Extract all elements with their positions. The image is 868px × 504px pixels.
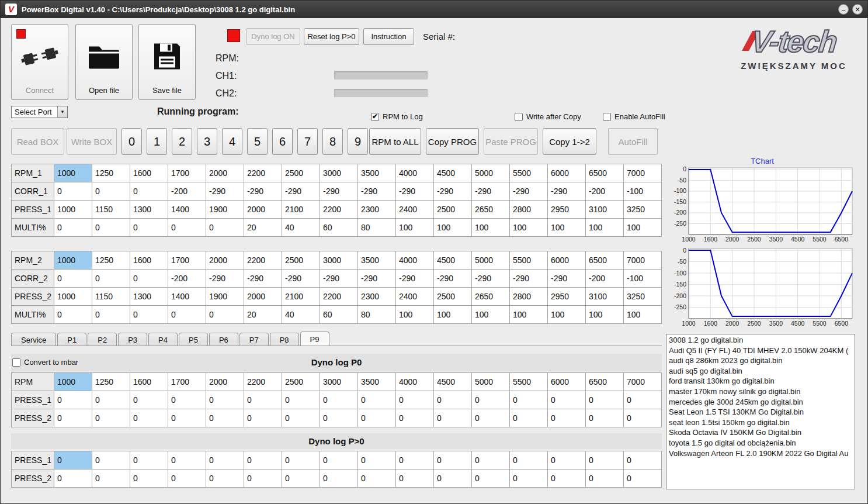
table-cell[interactable]: 0: [130, 409, 168, 427]
write-after-copy-checkbox[interactable]: Write after Copy: [515, 112, 581, 121]
chevron-down-icon[interactable]: ▼: [57, 106, 67, 118]
table-cell[interactable]: 3500: [358, 164, 396, 182]
table-cell[interactable]: 0: [624, 470, 662, 488]
table-cell[interactable]: 1900: [206, 201, 244, 219]
table-cell[interactable]: 0: [92, 391, 130, 409]
table-cell[interactable]: 2650: [472, 288, 510, 306]
table-cell[interactable]: 0: [54, 219, 92, 237]
table-cell[interactable]: 100: [548, 306, 586, 324]
table-cell[interactable]: 80: [358, 306, 396, 324]
table-cell[interactable]: 4000: [396, 373, 434, 391]
table-cell[interactable]: 100: [396, 306, 434, 324]
table-cell[interactable]: 2200: [320, 201, 358, 219]
enable-autofill-checkbox[interactable]: Enable AutoFill: [603, 112, 665, 121]
table-cell[interactable]: 0: [92, 306, 130, 324]
table-cell[interactable]: -200: [168, 270, 206, 288]
file-list-item[interactable]: audi sq5 go digital.bin: [666, 366, 855, 377]
table-cell[interactable]: 0: [130, 391, 168, 409]
table-cell[interactable]: 100: [510, 306, 548, 324]
table-cell[interactable]: 0: [510, 470, 548, 488]
table-cell[interactable]: 0: [548, 470, 586, 488]
digit-button-6[interactable]: 6: [272, 128, 293, 155]
table-cell[interactable]: 0: [282, 451, 320, 470]
table-cell[interactable]: 40: [282, 306, 320, 324]
table-cell[interactable]: 0: [168, 409, 206, 427]
table-cell[interactable]: -290: [510, 182, 548, 201]
table-cell[interactable]: 4500: [434, 251, 472, 270]
table-cell[interactable]: 1000: [54, 251, 92, 270]
table-cell[interactable]: 0: [54, 182, 92, 201]
table-cell[interactable]: 2400: [396, 288, 434, 306]
table-cell[interactable]: 2000: [244, 288, 282, 306]
tab-p6[interactable]: P6: [209, 333, 238, 346]
tab-p4[interactable]: P4: [148, 333, 178, 346]
table-cell[interactable]: -100: [624, 270, 662, 288]
table-cell[interactable]: 100: [396, 219, 434, 237]
table-cell[interactable]: 0: [206, 409, 244, 427]
table-cell[interactable]: 1150: [92, 201, 130, 219]
table-cell[interactable]: -290: [548, 182, 586, 201]
table-cell[interactable]: 0: [624, 391, 662, 409]
table-cell[interactable]: 0: [434, 470, 472, 488]
open-file-button[interactable]: Open file: [75, 24, 133, 100]
table-cell[interactable]: -290: [206, 270, 244, 288]
table-cell[interactable]: 0: [434, 391, 472, 409]
digit-button-1[interactable]: 1: [147, 128, 167, 155]
table-cell[interactable]: 1250: [92, 373, 130, 391]
table-cell[interactable]: 0: [168, 391, 206, 409]
table-cell[interactable]: 100: [472, 219, 510, 237]
table-cell[interactable]: -290: [358, 182, 396, 201]
table-cell[interactable]: 0: [206, 451, 244, 470]
table-cell[interactable]: 3000: [320, 251, 358, 270]
table-cell[interactable]: -100: [624, 182, 662, 201]
table-cell[interactable]: 0: [206, 470, 244, 488]
digit-button-9[interactable]: 9: [348, 128, 368, 155]
reset-log-button[interactable]: Reset log P>0: [304, 28, 359, 45]
table-cell[interactable]: -290: [548, 270, 586, 288]
table-cell[interactable]: 0: [396, 470, 434, 488]
table-cell[interactable]: 100: [434, 219, 472, 237]
table-cell[interactable]: 0: [130, 306, 168, 324]
table-cell[interactable]: 0: [92, 219, 130, 237]
table-cell[interactable]: 3100: [586, 288, 624, 306]
table-cell[interactable]: 0: [54, 409, 92, 427]
table-cell[interactable]: 0: [244, 409, 282, 427]
digit-button-8[interactable]: 8: [322, 128, 343, 155]
table-cell[interactable]: 0: [244, 470, 282, 488]
table-cell[interactable]: 2800: [510, 288, 548, 306]
table-cell[interactable]: 6000: [548, 373, 586, 391]
checkbox-checked-icon[interactable]: [371, 113, 379, 121]
tab-p7[interactable]: P7: [239, 333, 269, 346]
convert-to-mbar-checkbox[interactable]: Convert to mbar: [12, 358, 78, 367]
table-cell[interactable]: 1000: [54, 288, 92, 306]
table-cell[interactable]: 1250: [92, 164, 130, 182]
tab-p9[interactable]: P9: [300, 332, 329, 346]
instruction-button[interactable]: Instruction: [363, 28, 414, 45]
table-cell[interactable]: 0: [434, 451, 472, 470]
table-cell[interactable]: 2200: [244, 373, 282, 391]
table-cell[interactable]: 5000: [472, 373, 510, 391]
table-cell[interactable]: 3250: [624, 201, 662, 219]
file-list-item[interactable]: ford transit 130km go digital.bin: [666, 376, 855, 386]
table-cell[interactable]: 2500: [434, 288, 472, 306]
table-cell[interactable]: 0: [54, 470, 92, 488]
rpm-to-all-button[interactable]: RPM to ALL: [369, 128, 421, 155]
table-cell[interactable]: 0: [282, 391, 320, 409]
file-list[interactable]: 3008 1.2 go digital.binAudi Q5 II (FY FL…: [666, 334, 855, 489]
table-cell[interactable]: 100: [624, 306, 662, 324]
read-box-button[interactable]: Read BOX: [11, 128, 64, 155]
file-list-item[interactable]: toyota 1.5 go digital od obciążenia.bin: [666, 438, 855, 448]
table-cell[interactable]: 1600: [130, 251, 168, 270]
table-cell[interactable]: 0: [92, 182, 130, 201]
table-cell[interactable]: 0: [548, 409, 586, 427]
table-cell[interactable]: 0: [168, 306, 206, 324]
table-cell[interactable]: 6000: [548, 164, 586, 182]
table-cell[interactable]: 4000: [396, 251, 434, 270]
tab-p5[interactable]: P5: [179, 333, 208, 346]
file-list-item[interactable]: Audi Q5 II (FY FL) 40 TDI MHEV 2.0 150kW…: [666, 346, 855, 356]
table-cell[interactable]: 0: [358, 409, 396, 427]
table-cell[interactable]: 3100: [586, 201, 624, 219]
table-cell[interactable]: 0: [92, 270, 130, 288]
table-cell[interactable]: 2100: [282, 201, 320, 219]
table-cell[interactable]: 0: [54, 391, 92, 409]
